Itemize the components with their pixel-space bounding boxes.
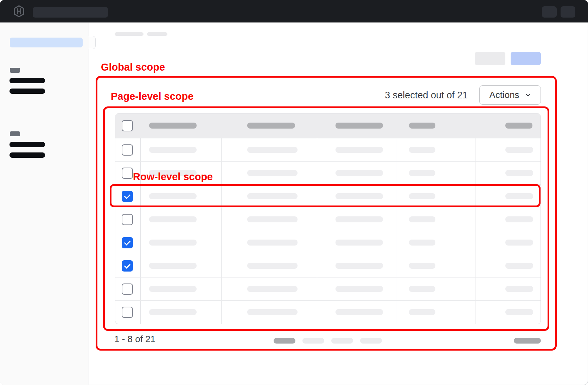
row-checkbox-checked[interactable] — [122, 191, 133, 202]
cell-skeleton — [505, 193, 533, 199]
cell-skeleton — [505, 240, 533, 246]
row-checkbox-checked[interactable] — [122, 237, 133, 248]
cell-skeleton — [335, 147, 383, 153]
select-all-checkbox[interactable] — [122, 120, 133, 131]
actions-button[interactable]: Actions — [479, 85, 541, 105]
row-checkbox-unchecked[interactable] — [122, 214, 133, 225]
cell-skeleton — [247, 216, 298, 222]
cell-skeleton — [149, 216, 197, 222]
hashicorp-logo-icon — [13, 5, 25, 18]
table-row — [115, 254, 541, 277]
cell-skeleton — [409, 170, 435, 176]
pagination-page-skeleton[interactable] — [302, 338, 324, 344]
cell-skeleton — [409, 263, 435, 269]
cell-skeleton — [335, 170, 383, 176]
table-row — [115, 277, 541, 300]
sidebar — [0, 22, 89, 385]
sidebar-link-skeleton[interactable] — [9, 78, 45, 83]
annotation-page-scope-label: Page-level scope — [111, 91, 193, 102]
cell-skeleton — [409, 286, 435, 292]
cell-skeleton — [247, 240, 298, 246]
table-row — [115, 300, 541, 324]
chevron-down-icon — [525, 92, 531, 98]
row-checkbox-unchecked[interactable] — [122, 283, 133, 295]
cell-skeleton — [149, 309, 197, 315]
topbar-button-skeleton[interactable] — [542, 6, 557, 18]
table-row — [115, 184, 541, 208]
cell-skeleton — [409, 240, 435, 246]
table-row — [115, 138, 541, 161]
table-row — [115, 208, 541, 231]
cell-skeleton — [149, 147, 197, 153]
pagination-next-skeleton[interactable] — [514, 338, 541, 344]
cell-skeleton — [505, 216, 533, 222]
search-input-skeleton[interactable] — [33, 7, 108, 18]
cell-skeleton — [335, 240, 383, 246]
breadcrumb-segment-skeleton[interactable] — [115, 32, 143, 36]
cell-skeleton — [335, 216, 383, 222]
data-table — [115, 113, 541, 324]
row-checkbox-unchecked[interactable] — [122, 144, 133, 156]
row-checkbox-unchecked[interactable] — [122, 168, 133, 179]
cell-skeleton — [335, 193, 383, 199]
sidebar-link-skeleton[interactable] — [9, 152, 45, 158]
cell-skeleton — [505, 147, 533, 153]
column-header-skeleton — [247, 123, 295, 129]
sidebar-link-skeleton[interactable] — [9, 142, 45, 147]
cell-skeleton — [335, 286, 383, 292]
cell-skeleton — [409, 193, 435, 199]
cell-skeleton — [505, 286, 533, 292]
app-window: Global scope Page-level scope Row-level … — [0, 0, 588, 385]
cell-skeleton — [247, 170, 298, 176]
cell-skeleton — [505, 263, 533, 269]
pagination-page-skeleton[interactable] — [360, 338, 382, 344]
breadcrumb-segment-skeleton[interactable] — [147, 32, 167, 36]
annotation-global-scope-label: Global scope — [101, 62, 165, 72]
cell-skeleton — [149, 263, 197, 269]
column-header-skeleton — [409, 123, 435, 129]
cell-skeleton — [247, 263, 298, 269]
sidebar-active-item-skeleton[interactable] — [10, 38, 83, 47]
cell-skeleton — [149, 286, 197, 292]
cell-skeleton — [505, 309, 533, 315]
secondary-button-skeleton[interactable] — [475, 52, 505, 65]
cell-skeleton — [247, 309, 298, 315]
row-checkbox-checked[interactable] — [122, 260, 133, 272]
topbar — [0, 0, 588, 22]
actions-button-label: Actions — [489, 90, 519, 100]
table-row — [115, 231, 541, 254]
sidebar-collapse-handle[interactable] — [89, 36, 96, 49]
sidebar-section-label-skeleton — [10, 68, 20, 73]
annotation-row-scope-label: Row-level scope — [133, 171, 213, 182]
pagination-page-current-skeleton[interactable] — [274, 338, 295, 344]
row-checkbox-unchecked[interactable] — [122, 307, 133, 318]
cell-skeleton — [335, 309, 383, 315]
cell-skeleton — [247, 286, 298, 292]
primary-button-skeleton[interactable] — [511, 52, 541, 65]
cell-skeleton — [149, 193, 197, 199]
cell-skeleton — [247, 147, 298, 153]
sidebar-section-label-skeleton — [10, 131, 20, 136]
cell-skeleton — [409, 216, 435, 222]
cell-skeleton — [409, 147, 435, 153]
cell-skeleton — [247, 193, 298, 199]
table-header-row — [115, 113, 541, 138]
cell-skeleton — [505, 170, 533, 176]
cell-skeleton — [149, 240, 197, 246]
selection-status-text: 3 selected out of 21 — [359, 90, 468, 101]
column-header-skeleton — [335, 123, 383, 129]
sidebar-link-skeleton[interactable] — [9, 89, 45, 94]
pagination-range-text: 1 - 8 of 21 — [114, 334, 155, 345]
pagination-page-skeleton[interactable] — [331, 338, 353, 344]
cell-skeleton — [335, 263, 383, 269]
column-header-skeleton — [505, 123, 532, 129]
cell-skeleton — [409, 309, 435, 315]
column-header-skeleton — [149, 123, 197, 129]
topbar-button-skeleton[interactable] — [561, 6, 575, 18]
